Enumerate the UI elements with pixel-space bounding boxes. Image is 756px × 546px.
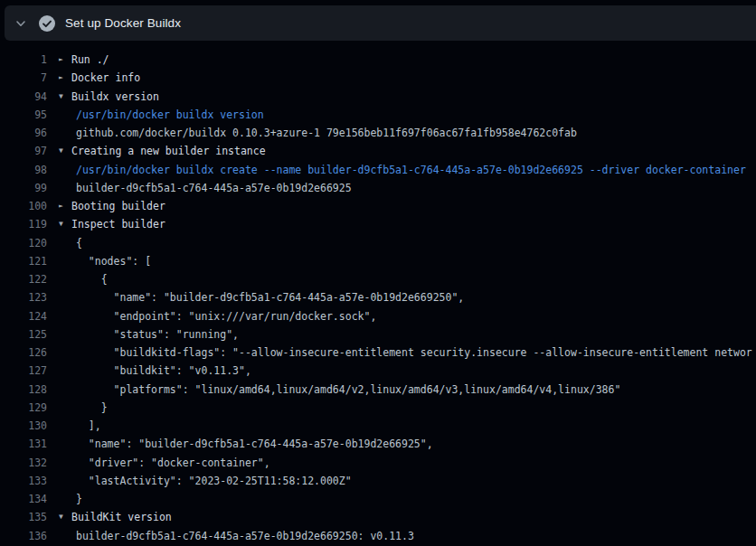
line-number[interactable]: 123 <box>0 288 47 306</box>
log-text: "name": "builder-d9cfb5a1-c764-445a-a57e… <box>76 288 464 306</box>
line-number[interactable]: 124 <box>0 307 47 325</box>
actions-log-viewer: Set up Docker Buildx 1►Run ./7►Docker in… <box>0 0 756 546</box>
log-text: /usr/bin/docker buildx version <box>76 106 264 124</box>
log-text: "buildkitd-flags": "--allow-insecure-ent… <box>76 344 752 362</box>
chevron-expanded-icon[interactable]: ▼ <box>59 215 63 233</box>
log-text: } <box>76 399 108 417</box>
chevron-collapsed-icon[interactable]: ► <box>59 51 63 69</box>
log-text: /usr/bin/docker buildx create --name bui… <box>76 161 746 179</box>
log-line-row: 120{ <box>0 234 756 252</box>
log-line-row: 99builder-d9cfb5a1-c764-445a-a57e-0b19d2… <box>0 179 756 197</box>
chevron-expanded-icon[interactable]: ▼ <box>59 142 63 160</box>
log-group-row[interactable]: 135▼BuildKit version <box>0 508 756 526</box>
line-number[interactable]: 135 <box>0 508 47 526</box>
line-number[interactable]: 133 <box>0 472 47 490</box>
chevron-collapsed-icon[interactable]: ► <box>59 197 63 215</box>
line-number[interactable]: 122 <box>0 270 47 288</box>
log-line-row: 122 { <box>0 270 756 288</box>
log-line-row: 129 } <box>0 399 756 417</box>
log-text: Creating a new builder instance <box>71 142 266 160</box>
chevron-down-icon[interactable] <box>14 16 27 30</box>
line-number[interactable]: 131 <box>0 435 47 453</box>
log-line-row: 130 ], <box>0 417 756 435</box>
log-group-row[interactable]: 94▼Buildx version <box>0 88 756 106</box>
line-number[interactable]: 134 <box>0 490 47 508</box>
line-number[interactable]: 119 <box>0 215 47 233</box>
log-line-row: 125 "status": "running", <box>0 325 756 344</box>
log-text: { <box>76 234 82 252</box>
line-number[interactable]: 130 <box>0 417 47 435</box>
line-number[interactable]: 120 <box>0 234 47 252</box>
log-text: } <box>76 490 82 508</box>
line-number[interactable]: 94 <box>0 88 47 106</box>
log-line-row: 128 "platforms": "linux/amd64,linux/amd6… <box>0 381 756 399</box>
log-line-row: 136builder-d9cfb5a1-c764-445a-a57e-0b19d… <box>0 527 756 545</box>
line-number[interactable]: 7 <box>0 69 47 87</box>
log-group-row[interactable]: 7►Docker info <box>0 69 756 87</box>
chevron-expanded-icon[interactable]: ▼ <box>59 508 63 526</box>
log-text: "buildkit": "v0.11.3", <box>76 362 251 380</box>
line-number[interactable]: 96 <box>0 124 47 142</box>
log-line-row: 133 "lastActivity": "2023-02-25T11:58:12… <box>0 472 756 490</box>
log-line-row: 98/usr/bin/docker buildx create --name b… <box>0 161 756 179</box>
log-text: BuildKit version <box>71 508 172 526</box>
line-number[interactable]: 132 <box>0 454 47 472</box>
log-text: { <box>76 270 108 288</box>
log-line-row: 132 "driver": "docker-container", <box>0 454 756 472</box>
log-text: "driver": "docker-container", <box>76 454 270 472</box>
log-text: builder-d9cfb5a1-c764-445a-a57e-0b19d2e6… <box>76 179 352 197</box>
log-text: Inspect builder <box>71 215 165 233</box>
chevron-collapsed-icon[interactable]: ► <box>59 69 63 87</box>
log-line-row: 131 "name": "builder-d9cfb5a1-c764-445a-… <box>0 435 756 453</box>
log-text: github.com/docker/buildx 0.10.3+azure-1 … <box>76 124 577 142</box>
line-number[interactable]: 99 <box>0 179 47 197</box>
log-text: "lastActivity": "2023-02-25T11:58:12.000… <box>76 472 352 490</box>
log-text: Docker info <box>71 69 140 87</box>
log-text: Run ./ <box>71 51 109 69</box>
line-number[interactable]: 100 <box>0 197 47 215</box>
line-number[interactable]: 125 <box>0 325 47 344</box>
chevron-expanded-icon[interactable]: ▼ <box>59 88 63 106</box>
log-line-row: 123 "name": "builder-d9cfb5a1-c764-445a-… <box>0 288 756 306</box>
log-text: "name": "builder-d9cfb5a1-c764-445a-a57e… <box>76 435 433 453</box>
line-number[interactable]: 126 <box>0 344 47 362</box>
log-group-row[interactable]: 97▼Creating a new builder instance <box>0 142 756 160</box>
step-header[interactable]: Set up Docker Buildx <box>5 5 756 41</box>
check-circle-icon <box>39 15 55 32</box>
line-number[interactable]: 129 <box>0 399 47 417</box>
log-text: "status": "running", <box>76 325 239 344</box>
log-line-row: 95/usr/bin/docker buildx version <box>0 106 756 124</box>
log-text: Booting builder <box>71 197 165 215</box>
line-number[interactable]: 95 <box>0 106 47 124</box>
line-number[interactable]: 98 <box>0 161 47 179</box>
log-text: "endpoint": "unix:///var/run/docker.sock… <box>76 307 376 325</box>
log-text: "platforms": "linux/amd64,linux/amd64/v2… <box>76 381 620 399</box>
log-line-row: 96github.com/docker/buildx 0.10.3+azure-… <box>0 124 756 142</box>
log-line-row: 124 "endpoint": "unix:///var/run/docker.… <box>0 307 756 325</box>
log-text: Buildx version <box>71 88 159 106</box>
line-number[interactable]: 127 <box>0 362 47 380</box>
log-text: builder-d9cfb5a1-c764-445a-a57e-0b19d2e6… <box>76 527 414 545</box>
log-line-row: 127 "buildkit": "v0.11.3", <box>0 362 756 380</box>
log-line-row: 134} <box>0 490 756 508</box>
log-line-row: 121 "nodes": [ <box>0 252 756 270</box>
log-lines: 1►Run ./7►Docker info94▼Buildx version95… <box>0 41 756 546</box>
log-group-row[interactable]: 100►Booting builder <box>0 197 756 215</box>
step-title: Set up Docker Buildx <box>65 16 181 30</box>
log-text: "nodes": [ <box>76 252 151 270</box>
line-number[interactable]: 1 <box>0 51 47 69</box>
log-text: ], <box>76 417 101 435</box>
line-number[interactable]: 121 <box>0 252 47 270</box>
line-number[interactable]: 136 <box>0 527 47 545</box>
log-group-row[interactable]: 119▼Inspect builder <box>0 215 756 233</box>
log-group-row[interactable]: 1►Run ./ <box>0 51 756 69</box>
log-line-row: 126 "buildkitd-flags": "--allow-insecure… <box>0 344 756 362</box>
line-number[interactable]: 97 <box>0 142 47 160</box>
line-number[interactable]: 128 <box>0 381 47 399</box>
